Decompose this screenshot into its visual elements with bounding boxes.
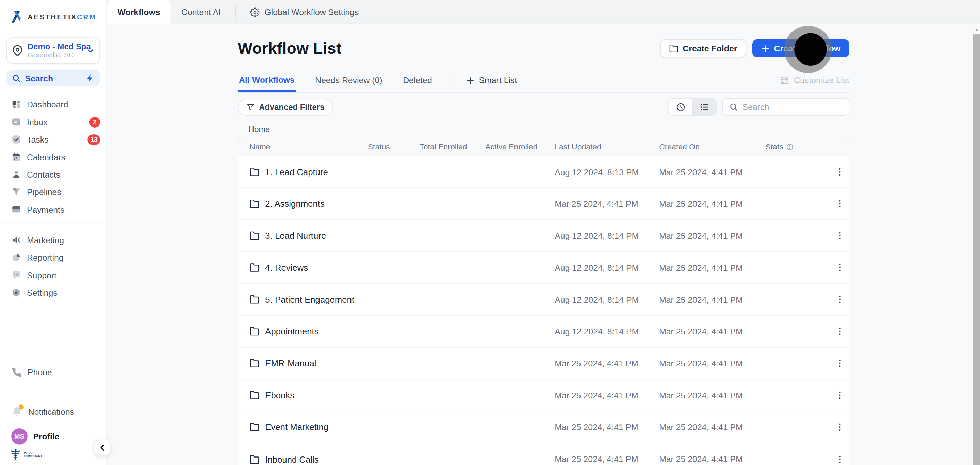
kebab-icon [835,231,845,241]
scrollbar-up-arrow[interactable]: ▲ [973,24,980,34]
location-switcher[interactable]: Demo - Med Spa Greenville, SC [6,37,100,63]
phone-icon [11,367,22,377]
table-row[interactable]: Inbound Calls Mar 25 2024, 4:41 PM Mar 2… [238,443,849,465]
create-folder-label: Create Folder [682,44,737,53]
workflow-folder-name[interactable]: Appointments [265,326,318,336]
sidebar-item-inbox[interactable]: Inbox 2 [0,113,106,131]
caduceus-icon [9,448,22,461]
last-updated-cell: Aug 12 2024, 8:13 PM [555,167,659,177]
table-row[interactable]: Appointments Aug 12 2024, 8:14 PM Mar 25… [238,316,849,348]
col-header-stats[interactable]: Stats [765,142,819,151]
created-on-cell: Mar 25 2024, 4:41 PM [659,167,765,177]
table-row[interactable]: 4. Reviews Aug 12 2024, 8:14 PM Mar 25 2… [238,252,849,284]
folder-icon [250,454,259,464]
col-header-total-enrolled[interactable]: Total Enrolled [420,142,485,151]
breadcrumb[interactable]: Home [237,124,849,134]
row-menu-button[interactable] [831,354,849,372]
folder-icon [669,44,679,53]
smart-list-button[interactable]: Smart List [466,76,517,90]
scrollbar-thumb[interactable] [973,34,980,465]
tab-all-workflows[interactable]: All Workflows [237,75,296,92]
table-row[interactable]: 2. Assignments Mar 25 2024, 4:41 PM Mar … [238,188,849,220]
page-scrollbar[interactable]: ▲ [972,24,980,465]
workflow-folder-name[interactable]: Inbound Calls [265,454,318,464]
sidebar-item-notifications[interactable]: Notifications [0,403,106,420]
advanced-filters-button[interactable]: Advanced Filters [237,98,333,115]
tabs-divider [452,75,452,86]
sidebar-item-pipelines[interactable]: Pipelines [0,183,106,201]
global-workflow-settings-button[interactable]: Global Workflow Settings [240,0,369,24]
table-row[interactable]: 1. Lead Capture Aug 12 2024, 8:13 PM Mar… [238,156,849,188]
col-header-created-on[interactable]: Created On [659,142,765,151]
customize-list-button[interactable]: Customize List [780,76,850,90]
workflow-folder-name[interactable]: Ebooks [265,390,294,400]
last-updated-cell: Mar 25 2024, 4:41 PM [555,390,659,400]
col-header-active-enrolled[interactable]: Active Enrolled [485,142,555,151]
workflow-folder-name[interactable]: EMR-Manual [265,358,316,368]
sidebar-nav-primary: Dashboard Inbox 2 Tasks 13 Calendars [0,95,106,218]
row-menu-button[interactable] [831,418,849,436]
sidebar-bottom: Phone Notifications MS Profile HIP [0,363,106,465]
sidebar-item-tasks[interactable]: Tasks 13 [0,131,106,148]
sidebar-item-settings[interactable]: Settings [0,284,106,301]
row-menu-button[interactable] [831,291,849,308]
sidebar-collapse-button[interactable] [94,439,111,456]
col-header-name[interactable]: Name [250,142,368,151]
workflow-folder-name[interactable]: 4. Reviews [265,263,308,273]
sidebar-search[interactable]: Search [6,70,100,86]
kebab-icon [835,326,845,336]
location-texts: Demo - Med Spa Greenville, SC [27,42,82,59]
workflow-folder-name[interactable]: 5. Patient Engagement [265,295,354,305]
sidebar-spacer [0,302,106,363]
row-menu-button[interactable] [831,163,849,181]
table-row[interactable]: EMR-Manual Mar 25 2024, 4:41 PM Mar 25 2… [238,348,849,379]
content-column: Workflows Content AI Global Workflow Set… [107,0,980,465]
tab-workflows[interactable]: Workflows [107,0,170,24]
tab-needs-review[interactable]: Needs Review (0) [314,76,384,90]
hipaa-line1: HIPAA [24,451,34,454]
last-updated-cell: Aug 12 2024, 8:14 PM [555,263,659,273]
sidebar: AESTHETIXCRM Demo - Med Spa Greenville, … [0,0,107,465]
sidebar-item-calendars[interactable]: Calendars [0,148,106,166]
col-header-status[interactable]: Status [368,142,420,151]
row-menu-button[interactable] [831,195,849,212]
kebab-icon [835,454,845,464]
workflow-folder-name[interactable]: 2. Assignments [265,198,324,208]
list-view-button[interactable] [692,98,716,115]
workflow-folder-name[interactable]: 3. Lead Nurture [265,231,326,241]
table-row[interactable]: Event Marketing Mar 25 2024, 4:41 PM Mar… [238,411,849,443]
history-view-button[interactable] [669,98,692,115]
stats-label: Stats [765,142,783,151]
create-workflow-button[interactable]: Create Workflow [752,40,849,57]
sidebar-item-phone[interactable]: Phone [0,363,106,381]
row-menu-button[interactable] [831,322,849,340]
folder-icon [250,263,259,273]
row-menu-button[interactable] [831,386,849,404]
table-row[interactable]: Ebooks Mar 25 2024, 4:41 PM Mar 25 2024,… [238,379,849,412]
sidebar-item-contacts[interactable]: Contacts [0,166,106,183]
sidebar-item-reporting[interactable]: Reporting [0,249,106,266]
tab-content-ai[interactable]: Content AI [171,0,231,24]
search-input[interactable] [743,102,843,111]
tab-deleted[interactable]: Deleted [402,76,434,90]
sidebar-item-dashboard[interactable]: Dashboard [0,95,106,113]
workflow-folder-name[interactable]: Event Marketing [265,422,328,432]
col-header-last-updated[interactable]: Last Updated [555,142,659,151]
kebab-icon [835,358,845,368]
table-row[interactable]: 5. Patient Engagement Aug 12 2024, 8:14 … [238,284,849,316]
create-folder-button[interactable]: Create Folder [660,40,746,57]
sidebar-item-support[interactable]: Support [0,267,106,284]
sidebar-item-payments[interactable]: Payments [0,201,106,218]
quick-actions-bolt-icon [86,74,95,83]
last-updated-cell: Aug 12 2024, 8:14 PM [555,231,659,241]
row-menu-button[interactable] [831,451,849,465]
row-menu-button[interactable] [831,227,849,244]
search-icon [12,74,21,83]
sidebar-item-label: Settings [27,288,100,297]
table-row[interactable]: 3. Lead Nurture Aug 12 2024, 8:14 PM Mar… [238,220,849,252]
workflow-folder-name[interactable]: 1. Lead Capture [265,167,328,177]
row-menu-button[interactable] [831,259,849,276]
sidebar-item-marketing[interactable]: Marketing [0,231,106,249]
sidebar-item-label: Payments [27,205,100,214]
sidebar-item-profile[interactable]: MS Profile [0,428,106,445]
